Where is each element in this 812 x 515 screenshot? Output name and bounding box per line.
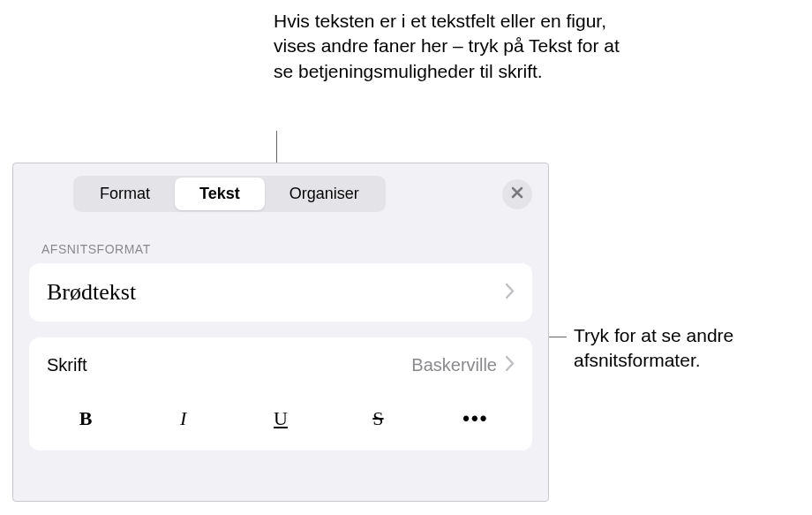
chevron-right-icon xyxy=(506,281,515,304)
strikethrough-icon: S xyxy=(372,407,383,430)
chevron-right-icon xyxy=(506,353,515,376)
panel-header: Format Tekst Organiser xyxy=(13,163,548,221)
tab-format[interactable]: Format xyxy=(75,178,175,210)
italic-button[interactable]: I xyxy=(137,401,229,436)
close-button[interactable] xyxy=(502,179,532,209)
section-label-paragraph: AFSNITSFORMAT xyxy=(13,221,548,263)
format-inspector-panel: Format Tekst Organiser AFSNITSFORMAT Brø… xyxy=(12,163,549,502)
underline-icon: U xyxy=(274,407,288,430)
font-row[interactable]: Skrift Baskerville xyxy=(29,337,532,392)
paragraph-style-name: Brødtekst xyxy=(47,279,506,306)
segmented-control: Format Tekst Organiser xyxy=(73,176,386,212)
strikethrough-button[interactable]: S xyxy=(332,401,424,436)
font-value: Baskerville xyxy=(411,355,497,375)
paragraph-style-card: Brødtekst xyxy=(29,263,532,322)
tab-organiser[interactable]: Organiser xyxy=(265,178,384,210)
close-icon xyxy=(511,185,523,203)
text-style-buttons: B I U S ••• xyxy=(29,392,532,451)
callout-right-text: Tryk for at se andre afsnitsformater. xyxy=(574,323,803,374)
more-button[interactable]: ••• xyxy=(430,401,522,436)
callout-top-text: Hvis teksten er i et tekstfelt eller en … xyxy=(274,9,627,84)
paragraph-style-row[interactable]: Brødtekst xyxy=(29,263,532,322)
underline-button[interactable]: U xyxy=(235,401,327,436)
tab-tekst[interactable]: Tekst xyxy=(175,178,265,210)
font-card: Skrift Baskerville B I U S ••• xyxy=(29,337,532,451)
font-label: Skrift xyxy=(47,355,411,375)
bold-button[interactable]: B xyxy=(40,401,132,436)
